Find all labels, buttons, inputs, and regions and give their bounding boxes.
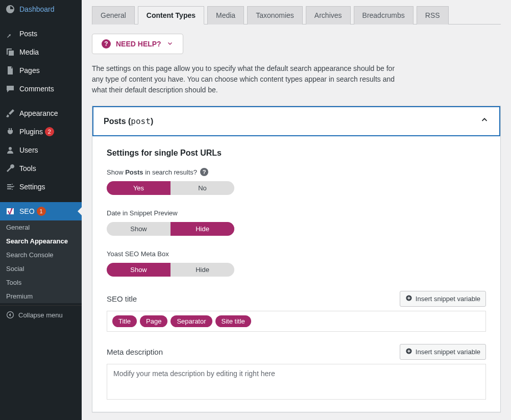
- sidebar-label: Comments: [19, 85, 54, 93]
- collapse-icon: [5, 310, 15, 320]
- posts-panel: Posts (post) Settings for single Post UR…: [92, 106, 501, 412]
- tab-archives[interactable]: Archives: [306, 6, 351, 24]
- sidebar-item-media[interactable]: Media: [0, 43, 82, 61]
- settings-tabs: General Content Types Media Taxonomies A…: [92, 0, 501, 24]
- plus-circle-icon: [405, 294, 412, 303]
- var-pill[interactable]: Separator: [171, 315, 212, 327]
- sidebar-sub-tools[interactable]: Tools: [0, 276, 82, 289]
- toggle-hide[interactable]: Hide: [171, 263, 234, 277]
- insert-snippet-button[interactable]: Insert snippet variable: [400, 291, 486, 307]
- setting-label: Yoast SEO Meta Box: [107, 250, 486, 258]
- tab-content-types[interactable]: Content Types: [138, 6, 204, 24]
- tab-media[interactable]: Media: [207, 6, 244, 24]
- sidebar-item-users[interactable]: Users: [0, 141, 82, 159]
- tab-taxonomies[interactable]: Taxonomies: [247, 6, 303, 24]
- sidebar-label: SEO: [19, 207, 35, 215]
- toggle-date-snippet: Show Hide: [107, 222, 234, 236]
- meta-description-input[interactable]: Modify your meta description by editing …: [107, 364, 486, 400]
- sidebar-item-seo[interactable]: SEO 1: [0, 202, 82, 220]
- tab-general[interactable]: General: [92, 6, 135, 24]
- sidebar-item-tools[interactable]: Tools: [0, 159, 82, 178]
- tab-breadcrumbs[interactable]: Breadcrumbs: [354, 6, 413, 24]
- setting-show-in-results: Show Posts in search results? ? Yes No: [107, 168, 486, 195]
- insert-snippet-button[interactable]: Insert snippet variable: [400, 344, 486, 360]
- plugins-badge: 2: [45, 127, 54, 136]
- setting-label: Show Posts in search results? ?: [107, 168, 486, 176]
- sidebar-label: Users: [19, 146, 38, 154]
- sidebar-item-plugins[interactable]: Plugins 2: [0, 122, 82, 141]
- sidebar-label: Tools: [19, 164, 36, 172]
- plus-circle-icon: [405, 348, 412, 356]
- dashboard-icon: [5, 4, 15, 14]
- toggle-meta-box: Show Hide: [107, 263, 234, 277]
- toggle-hide[interactable]: Hide: [171, 222, 234, 236]
- sidebar-label: Plugins: [19, 128, 43, 136]
- meta-desc-header: Meta description Insert snippet variable: [107, 344, 486, 360]
- var-pill[interactable]: Title: [112, 315, 137, 327]
- panel-header-posts[interactable]: Posts (post): [92, 106, 500, 136]
- sidebar-label: Appearance: [19, 109, 58, 117]
- toggle-show[interactable]: Show: [107, 263, 171, 277]
- help-label: NEED HELP?: [116, 40, 161, 48]
- toggle-show[interactable]: Show: [107, 222, 171, 236]
- subheading: Settings for single Post URLs: [107, 149, 486, 158]
- chevron-down-icon: [166, 40, 174, 48]
- intro-text: The settings on this page allow you to s…: [92, 63, 398, 95]
- page-icon: [5, 65, 15, 76]
- sidebar-item-appearance[interactable]: Appearance: [0, 104, 82, 122]
- setting-label: Date in Snippet Preview: [107, 209, 486, 217]
- pin-icon: [5, 29, 15, 39]
- var-pill[interactable]: Page: [140, 315, 167, 327]
- sidebar-label: Settings: [19, 183, 45, 191]
- toggle-no[interactable]: No: [171, 181, 234, 195]
- question-icon: ?: [102, 39, 111, 48]
- toggle-show-in-results: Yes No: [107, 181, 234, 195]
- var-pill[interactable]: Site title: [215, 315, 251, 327]
- sidebar-label: Pages: [19, 66, 40, 75]
- sidebar-sub-social[interactable]: Social: [0, 262, 82, 276]
- sidebar-sub-general[interactable]: General: [0, 220, 82, 234]
- admin-sidebar: Dashboard Posts Media Pages Comments App…: [0, 0, 82, 420]
- sidebar-label: Posts: [19, 30, 37, 38]
- sidebar-label: Media: [19, 48, 39, 56]
- panel-title: Posts (post): [104, 116, 153, 126]
- tab-rss[interactable]: RSS: [417, 6, 449, 24]
- chevron-up-icon: [480, 115, 489, 127]
- sidebar-sub-premium[interactable]: Premium: [0, 289, 82, 303]
- sidebar-label: Dashboard: [19, 5, 55, 13]
- sidebar-item-pages[interactable]: Pages: [0, 61, 82, 80]
- seo-title-label: SEO title: [107, 294, 137, 303]
- help-icon[interactable]: ?: [200, 168, 208, 176]
- media-icon: [5, 47, 15, 57]
- meta-desc-label: Meta description: [107, 348, 163, 356]
- settings-icon: [5, 182, 15, 192]
- setting-meta-box: Yoast SEO Meta Box Show Hide: [107, 250, 486, 277]
- seo-title-input[interactable]: Title Page Separator Site title: [107, 311, 486, 332]
- plugin-icon: [5, 127, 15, 137]
- comment-icon: [5, 84, 15, 94]
- yoast-icon: [5, 206, 15, 216]
- toggle-yes[interactable]: Yes: [107, 181, 171, 195]
- sidebar-sub-search-console[interactable]: Search Console: [0, 248, 82, 262]
- brush-icon: [5, 108, 15, 118]
- seo-badge: 1: [37, 207, 46, 216]
- need-help-button[interactable]: ? NEED HELP?: [92, 34, 183, 54]
- setting-date-snippet: Date in Snippet Preview Show Hide: [107, 209, 486, 236]
- sidebar-item-posts[interactable]: Posts: [0, 24, 82, 43]
- wrench-icon: [5, 163, 15, 174]
- collapse-label: Collapse menu: [18, 311, 63, 319]
- sidebar-item-dashboard[interactable]: Dashboard: [0, 0, 82, 18]
- sidebar-item-comments[interactable]: Comments: [0, 80, 82, 98]
- collapse-menu[interactable]: Collapse menu: [0, 306, 82, 324]
- seo-title-header: SEO title Insert snippet variable: [107, 291, 486, 307]
- sidebar-sub-search-appearance[interactable]: Search Appearance: [0, 234, 82, 248]
- user-icon: [5, 145, 15, 155]
- sidebar-item-settings[interactable]: Settings: [0, 178, 82, 196]
